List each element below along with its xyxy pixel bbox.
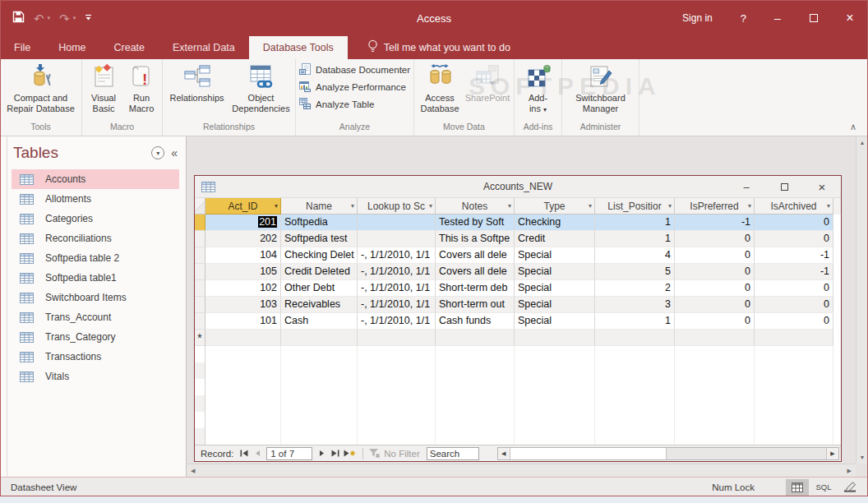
cell[interactable]: 4 xyxy=(595,247,675,264)
undo-caret-icon[interactable]: ▾ xyxy=(48,15,51,21)
cell[interactable]: -1 xyxy=(755,247,833,264)
cell[interactable]: 0 xyxy=(675,247,755,264)
cell[interactable] xyxy=(358,215,436,231)
cell[interactable]: This is a Softpe xyxy=(436,231,515,247)
cell[interactable]: 0 xyxy=(755,297,833,313)
shutter-bar-close-icon[interactable]: « xyxy=(171,146,178,159)
column-header-lookup-to-sc[interactable]: Lookup to Sc▾ xyxy=(358,198,436,215)
main-horizontal-scrollbar[interactable]: ◀ ▶ xyxy=(187,464,856,477)
cell[interactable]: 105 xyxy=(205,264,281,280)
compact-repair-database-button[interactable]: Compact and Repair Database xyxy=(2,62,79,114)
row-selector[interactable] xyxy=(195,215,205,231)
first-record-button[interactable] xyxy=(238,447,251,460)
help-button[interactable]: ? xyxy=(727,12,760,25)
scroll-down-icon[interactable]: ▼ xyxy=(860,455,866,460)
close-button[interactable]: × xyxy=(832,0,868,36)
sidebar-item-switchboard-items[interactable]: Switchboard Items xyxy=(12,288,179,307)
new-record-selector[interactable]: * xyxy=(195,330,205,346)
row-selector[interactable] xyxy=(195,247,205,264)
cell[interactable]: 0 xyxy=(755,280,833,297)
column-header-name[interactable]: Name▾ xyxy=(281,198,358,215)
cell[interactable]: 0 xyxy=(755,313,833,330)
cell[interactable]: -1 xyxy=(675,215,755,231)
no-filter-button[interactable]: No Filter xyxy=(368,448,419,459)
row-selector[interactable] xyxy=(195,231,205,247)
maximize-button[interactable] xyxy=(796,0,832,36)
cell[interactable]: 0 xyxy=(675,231,755,247)
datasheet-hscrollbar[interactable]: ◀ ▶ xyxy=(497,447,839,460)
cell[interactable]: 1 xyxy=(595,313,675,330)
scroll-up-icon[interactable]: ▲ xyxy=(860,140,866,145)
cell[interactable]: Special xyxy=(515,297,595,313)
row-selector[interactable] xyxy=(195,264,205,280)
navigation-menu-icon[interactable]: ▾ xyxy=(151,146,164,159)
sharepoint-button[interactable]: SharePoint xyxy=(464,62,511,104)
empty-cell[interactable] xyxy=(281,330,358,346)
column-filter-arrow-icon[interactable]: ▾ xyxy=(748,202,751,210)
empty-cell[interactable] xyxy=(358,330,436,346)
column-header-notes[interactable]: Notes▾ xyxy=(436,198,515,215)
cell[interactable]: 1 xyxy=(595,215,675,231)
sidebar-item-accounts[interactable]: Accounts xyxy=(12,169,179,189)
collapse-ribbon-icon[interactable]: ∧ xyxy=(850,122,856,132)
sidebar-item-trans-category[interactable]: Trans_Category xyxy=(12,327,179,347)
column-header-act-id[interactable]: Act_ID▾ xyxy=(205,198,281,215)
column-header-type[interactable]: Type▾ xyxy=(515,198,595,215)
new-record-button[interactable] xyxy=(341,447,358,460)
access-database-button[interactable]: Access Database xyxy=(417,62,463,114)
switchboard-manager-button[interactable]: Switchboard Manager xyxy=(566,62,635,114)
sidebar-item-vitals[interactable]: Vitals xyxy=(12,367,179,386)
cell[interactable]: Receivables xyxy=(281,297,358,313)
column-filter-arrow-icon[interactable]: ▾ xyxy=(275,202,278,210)
cell[interactable]: -1 xyxy=(755,264,833,280)
column-header-ispreferred[interactable]: IsPreferred▾ xyxy=(675,198,755,215)
cell[interactable]: Tested by Soft xyxy=(436,215,515,231)
row-selector[interactable] xyxy=(195,313,205,330)
next-record-button[interactable] xyxy=(315,447,328,460)
cell[interactable]: 0 xyxy=(675,264,755,280)
scroll-left-icon[interactable]: ◀ xyxy=(191,468,195,473)
cell[interactable]: 104 xyxy=(205,247,281,264)
tab-home[interactable]: Home xyxy=(44,36,99,59)
column-filter-arrow-icon[interactable]: ▾ xyxy=(351,202,354,210)
save-icon[interactable] xyxy=(12,11,25,25)
cell[interactable]: -, 1/1/2010, 1/1 xyxy=(358,280,436,297)
sidebar-item-transactions[interactable]: Transactions xyxy=(12,347,179,367)
cell[interactable]: Special xyxy=(515,313,595,330)
cell[interactable]: Special xyxy=(515,264,595,280)
database-documenter-button[interactable]: Database Documenter xyxy=(298,62,411,78)
cell[interactable]: 0 xyxy=(755,215,833,231)
cell[interactable]: 202 xyxy=(205,231,281,247)
sign-in-button[interactable]: Sign in xyxy=(667,12,727,24)
tab-file[interactable]: File xyxy=(0,36,44,59)
sidebar-item-categories[interactable]: Categories xyxy=(12,209,179,228)
sql-view-button[interactable]: SQL xyxy=(812,479,835,496)
cell[interactable]: 5 xyxy=(595,264,675,280)
record-position-box[interactable]: 1 of 7 xyxy=(266,447,312,460)
scrollbar-thumb[interactable] xyxy=(510,448,667,459)
column-filter-arrow-icon[interactable]: ▾ xyxy=(589,202,592,210)
cell[interactable]: Softpedia xyxy=(281,215,358,231)
cell[interactable]: Short-term deb xyxy=(436,280,515,297)
empty-cell[interactable] xyxy=(436,330,515,346)
cell[interactable]: Covers all dele xyxy=(436,264,515,280)
doc-maximize-button[interactable] xyxy=(765,176,803,197)
cell[interactable]: Special xyxy=(515,247,595,264)
empty-cell[interactable] xyxy=(515,330,595,346)
column-filter-arrow-icon[interactable]: ▾ xyxy=(429,202,432,210)
cell[interactable]: Covers all dele xyxy=(436,247,515,264)
cell[interactable]: 201 xyxy=(205,215,281,231)
cell[interactable]: Checking Delet xyxy=(281,247,358,264)
select-all-corner[interactable] xyxy=(195,198,205,215)
tab-database-tools[interactable]: Database Tools xyxy=(249,36,348,59)
cell[interactable]: 2 xyxy=(595,280,675,297)
cell[interactable]: 102 xyxy=(205,280,281,297)
previous-record-button[interactable] xyxy=(251,447,264,460)
empty-cell[interactable] xyxy=(675,330,755,346)
cell[interactable]: 0 xyxy=(675,297,755,313)
sidebar-item-allotments[interactable]: Allotments xyxy=(12,189,179,209)
tab-external-data[interactable]: External Data xyxy=(159,36,249,59)
object-dependencies-button[interactable]: Object Dependencies xyxy=(229,62,293,114)
cell[interactable]: -, 1/1/2010, 1/1 xyxy=(358,313,436,330)
cell[interactable]: Cash xyxy=(281,313,358,330)
